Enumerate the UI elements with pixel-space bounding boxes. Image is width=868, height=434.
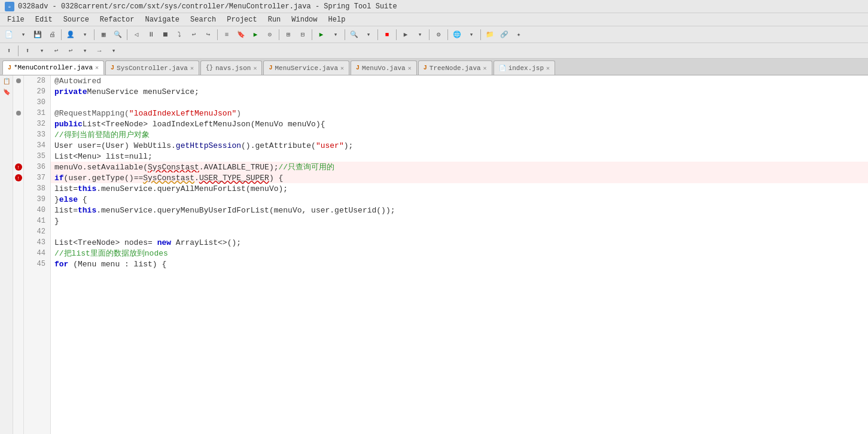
menu-item-navigate[interactable]: Navigate	[140, 14, 184, 25]
menu-item-search[interactable]: Search	[185, 14, 221, 25]
layout2-btn[interactable]: ⊟	[296, 28, 309, 41]
t2-btn1[interactable]: ⬆	[2, 44, 16, 57]
pause-btn[interactable]: ⏸	[144, 28, 157, 41]
print-btn[interactable]: 🖨	[45, 28, 59, 41]
profile-dropdown[interactable]: ▾	[78, 28, 92, 41]
step3-btn[interactable]: ↪	[202, 28, 215, 41]
format-btn[interactable]: ≡	[220, 28, 233, 41]
gutter-line-37: !	[13, 172, 23, 183]
layout-btn[interactable]: ⊞	[282, 28, 295, 41]
zoom-dropdown[interactable]: ▾	[362, 28, 375, 41]
code-line-34: User user=(User) WebUtils.getHttpSession…	[51, 140, 868, 151]
gutter-line-39	[13, 194, 23, 205]
line-number-36: 36	[24, 162, 50, 172]
code-line-37: if(user.getType()==SysConstast.USER_TYPE…	[51, 172, 868, 183]
t2-dropdown3[interactable]: ▾	[107, 44, 120, 57]
tab-treenode-java[interactable]: J TreeNode.java ✕	[418, 60, 492, 75]
code-line-45: for (Menu menu : list) {	[51, 259, 868, 269]
editor-container: 📋 🔖 !! 282930313233343536373839404142434…	[0, 75, 868, 434]
debug-btn[interactable]: ▶	[315, 28, 328, 41]
profile-btn[interactable]: 👤	[64, 28, 77, 41]
config-btn[interactable]: ⚙	[432, 28, 445, 41]
circle-btn[interactable]: ⊙	[263, 28, 276, 41]
search-btn[interactable]: 🔍	[111, 28, 124, 41]
tab--menucontroller-java[interactable]: J *MenuController.java ✕	[2, 60, 104, 75]
tab-index-jsp[interactable]: 📄 index.jsp ✕	[494, 60, 555, 75]
tab-label: *MenuController.java	[14, 64, 93, 71]
tab-close-btn[interactable]: ✕	[253, 65, 257, 72]
line-number-39: 39	[24, 194, 50, 205]
line-number-34: 34	[24, 140, 50, 151]
prev-btn[interactable]: ◁	[130, 28, 143, 41]
new-btn[interactable]: 📄	[2, 28, 16, 41]
tab-close-btn[interactable]: ✕	[95, 64, 99, 71]
stop-btn[interactable]: ⏹	[159, 28, 172, 41]
t2-btn2[interactable]: ⬆	[21, 44, 34, 57]
step2-btn[interactable]: ↩	[187, 28, 200, 41]
run2-dropdown[interactable]: ▾	[413, 28, 427, 41]
code-area[interactable]: @Autowired private MenuService menuServi…	[51, 75, 868, 434]
gutter-line-28	[13, 75, 23, 86]
sep12	[480, 29, 481, 40]
new-dropdown[interactable]: ▾	[17, 28, 30, 41]
sidebar-icon-1[interactable]: 📋	[2, 77, 11, 86]
sidebar-icon-2[interactable]: 🔖	[2, 87, 11, 97]
editor-btn[interactable]: ▦	[97, 28, 110, 41]
tab-menuservice-java[interactable]: J MenuService.java ✕	[263, 60, 349, 75]
tab-close-btn[interactable]: ✕	[340, 65, 344, 72]
tab-close-btn[interactable]: ✕	[546, 65, 550, 72]
tab-jsp-icon: 📄	[499, 65, 506, 72]
error-marker-37: !	[15, 174, 22, 181]
gutter-line-31	[13, 108, 23, 119]
t2-btn3[interactable]: ↩	[50, 44, 63, 57]
run-btn[interactable]: ▶	[249, 28, 262, 41]
menu-item-help[interactable]: Help	[324, 14, 351, 25]
menu-item-project[interactable]: Project	[222, 14, 261, 25]
gutter-line-45	[13, 259, 23, 269]
code-line-35: List<Menu> list=null;	[51, 151, 868, 162]
line-number-31: 31	[24, 108, 50, 119]
menu-item-file[interactable]: File	[2, 14, 29, 25]
t2-dropdown2[interactable]: ▾	[78, 44, 92, 57]
code-line-32: public List<TreeNode> loadIndexLeftMenuJ…	[51, 119, 868, 129]
menu-item-source[interactable]: Source	[59, 14, 94, 25]
globe-btn[interactable]: 🌐	[450, 28, 464, 41]
line-number-45: 45	[24, 259, 50, 269]
tab-navs-json[interactable]: {} navs.json ✕	[200, 60, 262, 75]
gutter-line-42	[13, 226, 23, 237]
gutter-line-32	[13, 119, 23, 129]
error-marker-36: !	[15, 163, 22, 171]
left-sidebar: 📋 🔖	[0, 75, 13, 434]
tab-close-btn[interactable]: ✕	[408, 65, 412, 72]
gutter-line-36: !	[13, 162, 23, 172]
red-btn[interactable]: ■	[380, 28, 394, 41]
zoom-btn[interactable]: 🔍	[348, 28, 361, 41]
link-btn[interactable]: 🔗	[498, 28, 511, 41]
comment-btn[interactable]: 🔖	[234, 28, 248, 41]
t2-btn4[interactable]: ↩	[64, 44, 77, 57]
code-line-28: @Autowired	[51, 75, 868, 86]
line-number-43: 43	[24, 237, 50, 248]
globe-dropdown[interactable]: ▾	[465, 28, 478, 41]
save-btn[interactable]: 💾	[31, 28, 44, 41]
menu-item-run[interactable]: Run	[263, 14, 286, 25]
tab-close-btn[interactable]: ✕	[483, 65, 487, 72]
t2-btn5[interactable]: →	[93, 44, 106, 57]
tab-close-btn[interactable]: ✕	[190, 65, 194, 72]
menu-item-edit[interactable]: Edit	[31, 14, 57, 25]
t2-dropdown1[interactable]: ▾	[35, 44, 48, 57]
sep6	[312, 29, 312, 40]
gutter-line-44	[13, 248, 23, 259]
menu-item-refactor[interactable]: Refactor	[95, 14, 139, 25]
run2-btn[interactable]: ▶	[399, 28, 412, 41]
code-line-33: //得到当前登陆的用户对象	[51, 129, 868, 140]
debug-dropdown[interactable]: ▾	[329, 28, 342, 41]
tab-syscontroller-java[interactable]: J SysController.java ✕	[105, 60, 199, 75]
folder-btn[interactable]: 📁	[483, 28, 497, 41]
menu-item-window[interactable]: Window	[287, 14, 322, 25]
extra-btn[interactable]: ✦	[512, 28, 525, 41]
step-btn[interactable]: ⤵	[173, 28, 186, 41]
gutter-line-35	[13, 151, 23, 162]
tab-menuvo-java[interactable]: J MenuVo.java ✕	[351, 60, 417, 75]
tab-label: TreeNode.java	[430, 65, 481, 72]
